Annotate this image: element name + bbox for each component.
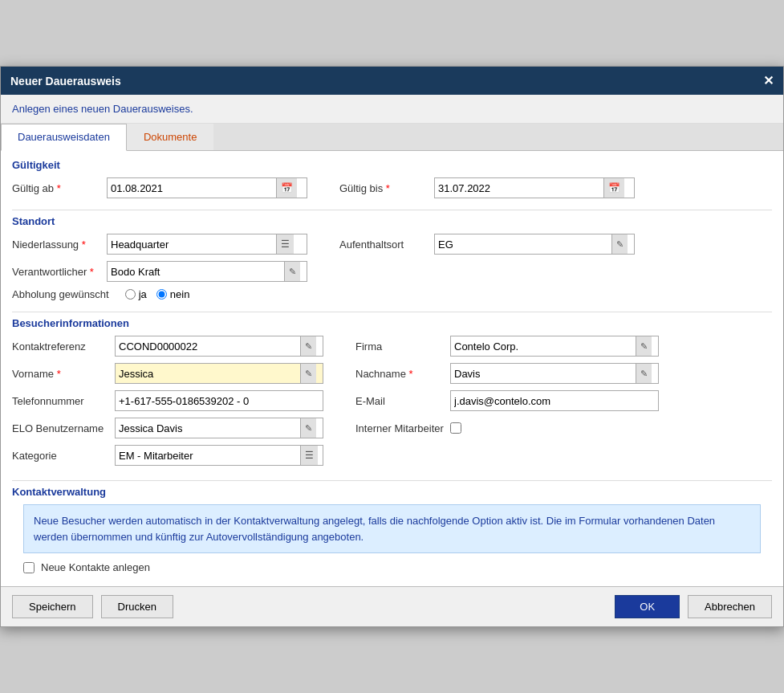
email-group: E-Mail	[355, 390, 659, 411]
nachname-field[interactable]: ✎	[450, 363, 659, 384]
abholung-ja-option[interactable]: ja	[125, 288, 147, 300]
kontaktreferenz-label: Kontaktreferenz	[12, 340, 108, 353]
elo-input[interactable]	[116, 418, 300, 438]
close-button[interactable]: ✕	[763, 73, 774, 88]
firma-label: Firma	[355, 340, 444, 353]
aufenthaltsort-field[interactable]: ✎	[434, 234, 635, 255]
vorname-input[interactable]	[116, 364, 300, 383]
vorname-edit-icon[interactable]: ✎	[300, 364, 316, 383]
kontaktreferenz-field[interactable]: ✎	[115, 336, 323, 357]
verantwortlicher-edit-icon[interactable]: ✎	[284, 262, 300, 281]
niederlassung-group: Niederlassung * ☰	[12, 234, 307, 255]
aufenthaltsort-label: Aufenthaltsort	[339, 238, 428, 251]
standort-row2: Verantwortlicher * ✎	[12, 261, 772, 282]
firma-input[interactable]	[451, 336, 636, 356]
verantwortlicher-group: Verantwortlicher * ✎	[12, 261, 307, 282]
email-label: E-Mail	[355, 395, 444, 407]
elo-group: ELO Benutzername ✎	[12, 418, 323, 438]
vorname-field[interactable]: ✎	[115, 363, 323, 384]
gueltig-bis-input[interactable]	[435, 178, 603, 198]
gueltig-ab-label: Gültig ab *	[12, 182, 100, 194]
calendar-bis-icon[interactable]: 📅	[603, 178, 624, 198]
besucher-row3: Telefonnummer E-Mail	[12, 390, 772, 411]
kategorie-group: Kategorie ☰	[12, 445, 323, 466]
gueltig-bis-group: Gültig bis * 📅	[339, 177, 635, 198]
kontaktreferenz-edit-icon[interactable]: ✎	[300, 336, 316, 356]
niederlassung-label: Niederlassung *	[12, 238, 100, 251]
abholung-radio-group: ja nein	[125, 288, 190, 300]
niederlassung-list-icon[interactable]: ☰	[276, 234, 294, 254]
telefon-field[interactable]	[115, 390, 323, 411]
content-area: Gültigkeit Gültig ab * 📅 Gültig bis *	[1, 151, 783, 586]
save-button[interactable]: Speichern	[12, 595, 93, 618]
calendar-ab-icon[interactable]: 📅	[276, 178, 297, 198]
cancel-button[interactable]: Abbrechen	[688, 595, 772, 618]
nachname-edit-icon[interactable]: ✎	[636, 364, 652, 383]
abholung-ja-radio[interactable]	[125, 289, 136, 300]
elo-field[interactable]: ✎	[115, 418, 323, 438]
info-text-1: Neue Besucher werden automatisch in der	[34, 515, 234, 527]
subtitle: Anlegen eines neuen Dauerausweises.	[1, 95, 783, 124]
interner-checkbox[interactable]	[450, 422, 461, 434]
vorname-label: Vorname *	[12, 368, 108, 380]
gueltig-ab-input[interactable]	[108, 178, 276, 198]
ok-button[interactable]: OK	[615, 595, 680, 618]
gueltig-ab-field[interactable]: 📅	[107, 177, 307, 198]
standort-row1: Niederlassung * ☰ Aufenthaltsort ✎	[12, 234, 772, 255]
nachname-group: Nachname * ✎	[355, 363, 659, 384]
niederlassung-input[interactable]	[108, 234, 276, 254]
besucher-row4: ELO Benutzername ✎ Interner Mitarbeiter	[12, 418, 772, 438]
gueltigkeit-row: Gültig ab * 📅 Gültig bis * 📅	[12, 177, 772, 198]
abholung-nein-radio[interactable]	[156, 289, 167, 300]
telefon-input[interactable]	[116, 391, 316, 410]
telefon-group: Telefonnummer	[12, 390, 323, 411]
kategorie-label: Kategorie	[12, 450, 108, 462]
abholung-label: Abholung gewünscht	[12, 288, 109, 300]
besucher-row2: Vorname * ✎ Nachname * ✎	[12, 363, 772, 384]
kontaktreferenz-input[interactable]	[116, 336, 300, 356]
gueltigkeit-section: Gültigkeit Gültig ab * 📅 Gültig bis *	[1, 151, 783, 210]
title-bar: Neuer Dauerausweis ✕	[1, 67, 783, 95]
footer: Speichern Drucken OK Abbrechen	[1, 586, 783, 626]
aufenthaltsort-edit-icon[interactable]: ✎	[611, 234, 628, 254]
verantwortlicher-input[interactable]	[108, 262, 284, 281]
tab-dokumente[interactable]: Dokumente	[127, 124, 213, 150]
niederlassung-field[interactable]: ☰	[107, 234, 307, 255]
email-input[interactable]	[451, 391, 652, 410]
required-star-vw: *	[90, 266, 94, 278]
gueltig-bis-label: Gültig bis *	[339, 182, 428, 194]
firma-field[interactable]: ✎	[450, 336, 659, 357]
kategorie-list-icon[interactable]: ☰	[300, 446, 318, 465]
verantwortlicher-field[interactable]: ✎	[107, 261, 307, 282]
standort-section: Standort Niederlassung * ☰ Aufenthaltsor…	[1, 210, 783, 312]
abholung-nein-label: nein	[170, 288, 190, 300]
verantwortlicher-label: Verantwortlicher *	[12, 266, 100, 278]
neue-kontakte-label: Neue Kontakte anlegen	[41, 561, 150, 573]
neue-kontakte-row: Neue Kontakte anlegen	[23, 561, 761, 573]
info-box: Neue Besucher werden automatisch in der …	[23, 504, 761, 553]
email-field[interactable]	[450, 390, 659, 411]
kategorie-field[interactable]: ☰	[115, 445, 323, 466]
footer-right: OK Abbrechen	[615, 595, 772, 618]
tab-dauerausweisdaten[interactable]: Dauerausweisdaten	[1, 124, 127, 151]
kategorie-input[interactable]	[116, 446, 300, 465]
nachname-input[interactable]	[451, 364, 636, 383]
besucher-row1: Kontaktreferenz ✎ Firma ✎	[12, 336, 772, 357]
elo-edit-icon[interactable]: ✎	[300, 418, 316, 438]
required-star-ab: *	[57, 182, 61, 194]
gueltig-ab-group: Gültig ab * 📅	[12, 177, 307, 198]
abholung-ja-label: ja	[139, 288, 147, 300]
firma-group: Firma ✎	[355, 336, 659, 357]
footer-left: Speichern Drucken	[12, 595, 173, 618]
print-button[interactable]: Drucken	[101, 595, 173, 618]
aufenthaltsort-input[interactable]	[435, 234, 611, 254]
besucher-title: Besucherinformationen	[12, 317, 772, 329]
subtitle-link: neuen	[81, 103, 110, 115]
abholung-row: Abholung gewünscht ja nein	[12, 288, 772, 300]
abholung-nein-option[interactable]: nein	[156, 288, 190, 300]
firma-edit-icon[interactable]: ✎	[636, 336, 652, 356]
dialog-title: Neuer Dauerausweis	[10, 75, 121, 88]
gueltig-bis-field[interactable]: 📅	[434, 177, 635, 198]
neue-kontakte-checkbox[interactable]	[23, 562, 35, 573]
gueltigkeit-title: Gültigkeit	[12, 159, 772, 171]
